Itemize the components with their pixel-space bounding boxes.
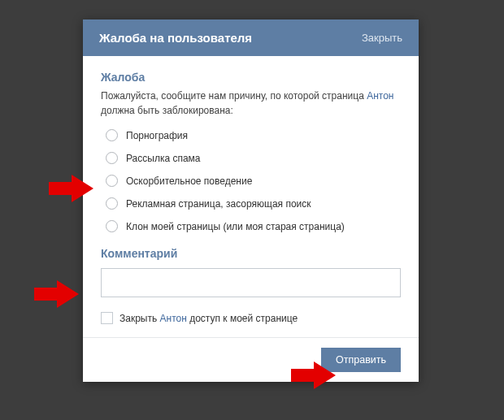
dialog-title: Жалоба на пользователя [99, 31, 252, 45]
reason-option-clone[interactable]: Клон моей страницы (или моя старая стран… [106, 220, 401, 232]
radio-label: Клон моей страницы (или моя старая стран… [126, 221, 345, 232]
block-access-label: Закрыть Антон доступ к моей странице [119, 313, 298, 324]
comment-input[interactable] [101, 268, 401, 297]
arrow-icon [34, 280, 79, 308]
dialog-footer: Отправить [83, 337, 419, 382]
report-intro: Пожалуйста, сообщите нам причину, по кот… [101, 89, 401, 118]
radio-icon [106, 197, 118, 210]
radio-icon [106, 175, 118, 187]
checkbox-icon [101, 312, 113, 324]
intro-after: должна быть заблокирована: [101, 105, 233, 116]
radio-label: Рассылка спама [126, 153, 201, 164]
intro-before: Пожалуйста, сообщите нам причину, по кот… [101, 90, 367, 102]
block-access-row[interactable]: Закрыть Антон доступ к моей странице [101, 312, 401, 324]
reason-option-offensive[interactable]: Оскорбительное поведение [106, 175, 401, 187]
submit-button[interactable]: Отправить [321, 348, 401, 372]
block-after: доступ к моей странице [187, 313, 298, 324]
close-button[interactable]: Закрыть [362, 32, 402, 44]
reason-option-advertising[interactable]: Рекламная страница, засоряющая поиск [106, 197, 401, 210]
dialog-body: Жалоба Пожалуйста, сообщите нам причину,… [83, 56, 419, 337]
comment-section: Комментарий [101, 247, 401, 301]
comment-title: Комментарий [101, 247, 401, 260]
user-link[interactable]: Антон [160, 313, 187, 324]
report-user-dialog: Жалоба на пользователя Закрыть Жалоба По… [83, 19, 419, 382]
reason-option-spam[interactable]: Рассылка спама [106, 152, 401, 164]
report-reason-list: Порнография Рассылка спама Оскорбительно… [106, 129, 401, 232]
radio-icon [106, 220, 118, 232]
radio-label: Рекламная страница, засоряющая поиск [126, 198, 311, 210]
radio-icon [106, 152, 118, 164]
radio-label: Оскорбительное поведение [126, 175, 252, 187]
dialog-header: Жалоба на пользователя Закрыть [83, 19, 419, 56]
reason-option-pornography[interactable]: Порнография [106, 129, 401, 141]
user-link[interactable]: Антон [367, 90, 393, 102]
block-before: Закрыть [119, 313, 160, 324]
radio-icon [106, 129, 118, 141]
radio-label: Порнография [126, 130, 188, 141]
report-section-title: Жалоба [101, 71, 401, 84]
